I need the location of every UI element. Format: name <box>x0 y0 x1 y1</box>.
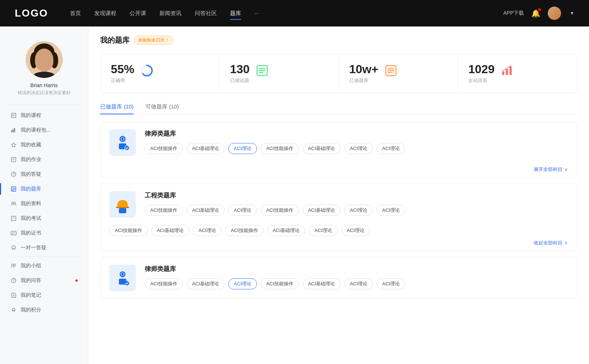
stat-card-done-questions: 130 已做试题 <box>220 54 339 93</box>
subject-tag[interactable]: ACI理论 <box>377 143 405 154</box>
subject-tag[interactable]: ACI技能操作 <box>261 143 299 154</box>
sidebar-item-label: 我的收藏 <box>21 142 41 148</box>
svg-rect-29 <box>11 231 16 235</box>
sidebar-item-points[interactable]: 我的积分 <box>0 303 88 317</box>
sidebar-item-packages[interactable]: 我的课程包... <box>0 123 88 138</box>
nav-item-home[interactable]: 首页 <box>70 8 81 18</box>
chart-red-icon <box>500 64 514 77</box>
profile-icon <box>10 200 17 207</box>
subject-tag[interactable]: ACI基础理论 <box>187 205 225 216</box>
avatar[interactable] <box>548 7 561 20</box>
certificate-icon <box>10 230 17 236</box>
tab-done-banks[interactable]: 已做题库 (10) <box>100 103 134 114</box>
sidebar-item-label: 我的题库 <box>21 186 41 192</box>
subject-tag[interactable]: ACI基础理论 <box>267 225 306 236</box>
subject-tag[interactable]: ACI技能操作 <box>225 225 264 236</box>
logo[interactable]: LOGO <box>15 7 48 19</box>
subject-tag[interactable]: ACI技能操作 <box>145 278 183 289</box>
subject-tag[interactable]: ACI理论 <box>344 143 373 154</box>
stat-card-done-banks: 10w+ 已做题库 <box>339 54 458 93</box>
expand-button-1[interactable]: 展开全部科目 ∨ <box>100 163 577 177</box>
nav-item-qa[interactable]: 问答社区 <box>195 8 217 18</box>
sidebar-item-notes[interactable]: 我的笔记 <box>0 288 88 303</box>
subject-tag-active[interactable]: ACI理论 <box>228 143 257 154</box>
svg-rect-52 <box>502 71 504 75</box>
subject-tag[interactable]: ACI基础理论 <box>303 278 341 289</box>
nav-item-more[interactable]: ··· <box>254 8 259 18</box>
sidebar-item-courses[interactable]: 我的课程 <box>0 108 88 123</box>
svg-marker-15 <box>11 143 16 147</box>
subject-tag[interactable]: ACI基础理论 <box>187 278 225 289</box>
sidebar-motto: 错误的决定比没有决定要好 <box>18 90 71 96</box>
nav-menu: 首页 发现课程 公开课 新闻资讯 问答社区 题库 ··· <box>70 8 503 18</box>
subject-title-2: 工程类题库 <box>145 191 568 200</box>
sidebar-item-tutoring[interactable]: 一对一答疑 <box>0 240 88 255</box>
sidebar-item-exams[interactable]: 我的考试 <box>0 211 88 226</box>
collapse-button-2[interactable]: 收起全部科目 ∧ <box>109 240 568 246</box>
subject-tag[interactable]: ACI技能操作 <box>261 205 299 216</box>
subject-tag[interactable]: ACI基础理论 <box>303 143 341 154</box>
app-download-button[interactable]: APP下载 <box>503 10 524 17</box>
sidebar-item-groups[interactable]: 我的小组 <box>0 258 88 273</box>
notification-dot <box>538 8 541 11</box>
notification-bell[interactable]: 🔔 <box>531 9 540 18</box>
sidebar-divider-2 <box>7 257 81 257</box>
svg-rect-14 <box>14 128 15 132</box>
subject-tag[interactable]: ACI基础理论 <box>151 225 190 236</box>
subject-tags-row2: ACI技能操作 ACI基础理论 ACI理论 ACI技能操作 ACI基础理论 AC… <box>100 225 577 251</box>
avatar-image-large <box>26 41 63 78</box>
subject-tag[interactable]: ACI技能操作 <box>109 225 148 236</box>
svg-rect-54 <box>509 67 512 75</box>
sidebar-item-label: 我的证书 <box>21 230 41 236</box>
sidebar-item-exam-bank[interactable]: 我的题库 <box>0 182 88 196</box>
svg-point-34 <box>14 264 16 266</box>
my-questions-icon: ? <box>10 277 17 284</box>
svg-point-7 <box>40 58 42 61</box>
sidebar-item-label: 我的答疑 <box>21 171 41 178</box>
nav-item-exam[interactable]: 题库 <box>230 8 241 18</box>
nav-item-open[interactable]: 公开课 <box>130 8 146 18</box>
sidebar-item-label: 我的作业 <box>21 156 41 163</box>
sidebar-item-certificate[interactable]: 我的证书 <box>0 226 88 240</box>
question-icon: ? <box>10 171 17 178</box>
sidebar-item-my-questions[interactable]: ? 我的问答 <box>0 273 88 288</box>
subject-tag[interactable]: ACI技能操作 <box>145 205 183 216</box>
subject-tag[interactable]: ACI理论 <box>377 205 405 216</box>
main-content: 我的题库 体验剩余23天！ 55% 正确率 <box>88 26 589 364</box>
subject-tag[interactable]: ACI技能操作 <box>145 143 183 154</box>
sidebar-item-favorites[interactable]: 我的收藏 <box>0 138 88 152</box>
subject-tag[interactable]: ACI理论 <box>344 205 373 216</box>
sidebar-username: Brian Harris <box>31 82 58 88</box>
sidebar-item-questions[interactable]: ? 我的答疑 <box>0 167 88 182</box>
subject-tag[interactable]: ACI技能操作 <box>261 278 299 289</box>
topnav: LOGO 首页 发现课程 公开课 新闻资讯 问答社区 题库 ··· APP下载 … <box>0 0 589 26</box>
sidebar-item-label: 一对一答疑 <box>21 245 46 251</box>
svg-text:?: ? <box>13 279 15 283</box>
sidebar-item-homework[interactable]: 我的作业 <box>0 152 88 167</box>
subject-tag[interactable]: ACI理论 <box>309 225 338 236</box>
nav-item-discover[interactable]: 发现课程 <box>94 8 116 18</box>
chevron-down-icon[interactable]: ▼ <box>570 11 574 16</box>
subject-tag[interactable]: ACI理论 <box>341 225 370 236</box>
subject-tag[interactable]: ACI理论 <box>228 205 257 216</box>
tabs-row: 已做题库 (10) 可做题库 (10) <box>100 103 577 114</box>
subject-tags-2: ACI技能操作 ACI基础理论 ACI理论 ACI技能操作 ACI基础理论 AC… <box>145 205 568 216</box>
groups-icon <box>10 263 17 269</box>
stat-card-accuracy: 55% 正确率 <box>100 54 220 93</box>
nav-right: APP下载 🔔 ▼ <box>503 7 574 20</box>
svg-point-26 <box>14 202 16 204</box>
svg-point-33 <box>12 264 14 266</box>
sidebar-item-label: 我的课程 <box>21 112 41 119</box>
subject-tag[interactable]: ACI理论 <box>377 278 405 289</box>
sidebar-item-profile[interactable]: 我的资料 <box>0 196 88 211</box>
subject-tag[interactable]: ACI理论 <box>344 278 373 289</box>
subject-tag[interactable]: ACI理论 <box>193 225 222 236</box>
subject-tag[interactable]: ACI基础理论 <box>303 205 341 216</box>
svg-point-55 <box>510 65 511 67</box>
svg-rect-9 <box>11 113 16 118</box>
tab-available-banks[interactable]: 可做题库 (10) <box>145 103 179 114</box>
subject-tag-active[interactable]: ACI理论 <box>228 278 257 289</box>
nav-item-news[interactable]: 新闻资讯 <box>159 8 181 18</box>
subject-tag[interactable]: ACI基础理论 <box>187 143 225 154</box>
subject-card-engineer: 工程类题库 ACI技能操作 ACI基础理论 ACI理论 ACI技能操作 ACI基… <box>100 183 577 251</box>
